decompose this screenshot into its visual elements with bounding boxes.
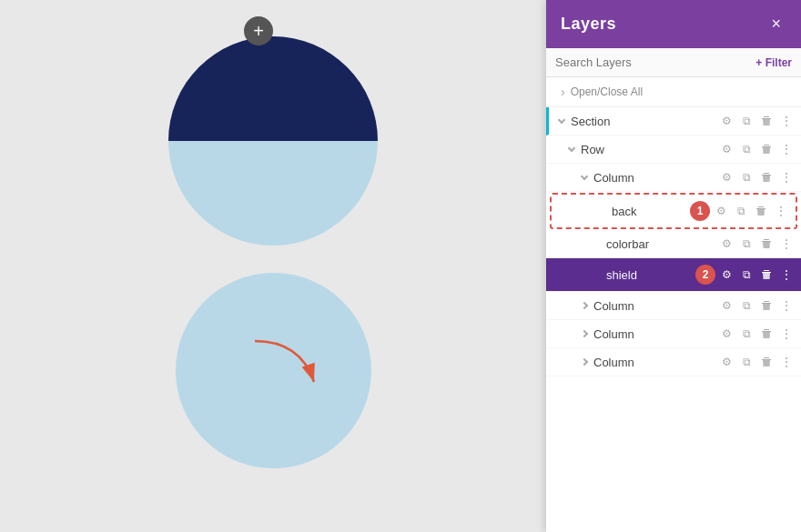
layer-chevron-column2[interactable] [579,300,590,311]
layer-trash-icon-column3[interactable] [759,326,774,341]
badge-1: 1 [690,201,710,221]
layer-copy-icon-shield[interactable]: ⧉ [739,267,754,282]
layer-chevron-colorbar [592,238,603,249]
layer-name-back: back [612,205,690,218]
layer-menu-icon-column1[interactable]: ⋮ [779,170,794,185]
layer-menu-icon-shield[interactable]: ⋮ [779,267,794,282]
layer-item-shield[interactable]: shield2⚙⧉⋮ [546,258,801,292]
svg-rect-13 [762,303,771,304]
layer-item-colorbar[interactable]: colorbar⚙⧉⋮ [546,230,801,258]
layer-chevron-column3[interactable] [579,328,590,339]
layer-trash-icon-shield[interactable] [759,267,774,282]
layer-trash-icon-column4[interactable] [759,355,774,369]
canvas-area: + [0,0,546,532]
svg-rect-12 [764,270,769,271]
layer-name-column3: Column [593,327,719,341]
layers-search-input[interactable] [555,55,755,69]
layer-item-row[interactable]: Row⚙⧉⋮ [546,136,801,164]
layer-copy-icon-row[interactable]: ⧉ [739,142,754,156]
layer-gear-icon-back[interactable]: ⚙ [714,204,728,218]
layer-gear-icon-section[interactable]: ⚙ [719,114,734,128]
layer-chevron-row[interactable] [566,144,577,155]
layer-copy-icon-back[interactable]: ⧉ [734,204,748,218]
layers-panel: Layers × + Filter Open/Close All Section… [546,0,801,532]
layer-trash-icon-colorbar[interactable] [759,236,774,251]
circle-top-light-half [168,141,378,246]
layers-title: Layers [561,15,616,34]
svg-rect-5 [762,175,771,176]
svg-rect-3 [762,146,771,147]
layer-actions-column4: ⚙⧉⋮ [719,355,794,369]
layer-chevron-column1[interactable] [579,172,590,183]
layer-gear-icon-column1[interactable]: ⚙ [719,170,734,185]
layer-name-column2: Column [593,299,719,313]
add-element-button[interactable]: + [244,16,273,45]
layer-chevron-column4[interactable] [579,356,590,367]
svg-rect-11 [762,272,771,273]
svg-rect-14 [764,301,769,302]
svg-rect-1 [762,118,771,119]
layer-actions-back: ⚙⧉⋮ [714,204,788,218]
layer-item-section[interactable]: Section⚙⧉⋮ [546,107,801,136]
layer-copy-icon-column2[interactable]: ⧉ [739,298,754,313]
layer-copy-icon-column1[interactable]: ⧉ [739,170,754,185]
layer-trash-icon-column2[interactable] [759,298,774,313]
svg-rect-6 [764,173,769,174]
layer-actions-row: ⚙⧉⋮ [719,142,794,156]
layer-actions-colorbar: ⚙⧉⋮ [719,236,794,251]
layer-copy-icon-colorbar[interactable]: ⧉ [739,236,754,251]
svg-rect-17 [762,359,771,360]
svg-rect-10 [764,239,769,240]
layer-menu-icon-column2[interactable]: ⋮ [779,298,794,313]
svg-rect-18 [764,357,769,358]
layer-copy-icon-column3[interactable]: ⧉ [739,326,754,341]
svg-rect-9 [762,241,771,242]
layer-item-column1[interactable]: Column⚙⧉⋮ [546,164,801,192]
layers-close-button[interactable]: × [766,13,786,35]
layer-menu-icon-section[interactable]: ⋮ [779,114,794,128]
layer-item-column2[interactable]: Column⚙⧉⋮ [546,292,801,320]
layer-menu-icon-column3[interactable]: ⋮ [779,326,794,341]
badge-2: 2 [695,265,715,285]
layer-gear-icon-column2[interactable]: ⚙ [719,298,734,313]
layer-item-back[interactable]: back1⚙⧉⋮ [550,193,797,229]
layer-copy-icon-section[interactable]: ⧉ [739,114,754,128]
layer-gear-icon-column3[interactable]: ⚙ [719,326,734,341]
layer-name-column1: Column [593,171,719,185]
layer-menu-icon-colorbar[interactable]: ⋮ [779,236,794,251]
layer-name-column4: Column [593,356,719,369]
layers-header: Layers × [546,0,801,48]
layer-gear-icon-colorbar[interactable]: ⚙ [719,236,734,251]
layer-menu-icon-back[interactable]: ⋮ [774,204,788,218]
layers-list: Section⚙⧉⋮Row⚙⧉⋮Column⚙⧉⋮back1⚙⧉⋮colorba… [546,107,801,532]
layer-copy-icon-column4[interactable]: ⧉ [739,355,754,369]
layer-name-shield: shield [606,268,695,282]
svg-rect-4 [764,145,769,146]
svg-rect-15 [762,331,771,332]
layer-trash-icon-section[interactable] [759,114,774,128]
layer-gear-icon-row[interactable]: ⚙ [719,142,734,156]
circle-top [168,36,378,246]
svg-rect-7 [756,208,766,209]
layer-item-column4[interactable]: Column⚙⧉⋮ [546,348,801,376]
layer-actions-column3: ⚙⧉⋮ [719,326,794,341]
arrow-annotation [246,332,328,399]
layer-chevron-shield [592,269,603,280]
layer-chevron-back [597,206,608,216]
layer-item-column3[interactable]: Column⚙⧉⋮ [546,320,801,348]
layer-gear-icon-column4[interactable]: ⚙ [719,355,734,369]
filter-button[interactable]: + Filter [755,56,792,69]
svg-rect-2 [764,116,769,117]
layer-chevron-section[interactable] [556,115,567,126]
layer-name-section: Section [571,115,719,128]
layer-menu-icon-row[interactable]: ⋮ [779,142,794,156]
circle-top-dark-half [168,36,378,141]
layer-trash-icon-back[interactable] [754,204,768,218]
layers-search-bar: + Filter [546,48,801,77]
svg-rect-8 [758,206,764,207]
layer-trash-icon-column1[interactable] [759,170,774,185]
open-close-all[interactable]: Open/Close All [546,77,801,107]
layer-gear-icon-shield[interactable]: ⚙ [719,267,734,282]
layer-menu-icon-column4[interactable]: ⋮ [779,355,794,369]
layer-trash-icon-row[interactable] [759,142,774,156]
